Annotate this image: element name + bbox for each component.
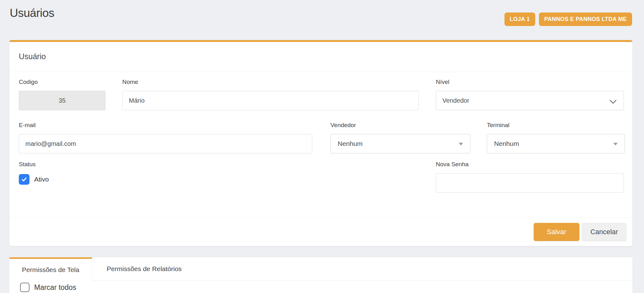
select-all-checkbox-row[interactable]: Marcar todos: [20, 283, 76, 292]
user-form-card: Usuário Codigo Nome Nível Vendedor E-mai…: [9, 40, 632, 246]
chevron-down-icon: [610, 97, 616, 104]
nome-label: Nome: [122, 79, 419, 85]
status-label: Status: [19, 161, 49, 168]
nova-senha-input[interactable]: [436, 173, 624, 193]
check-icon: [21, 176, 27, 182]
status-field-group: Status Ativo: [19, 161, 49, 185]
terminal-dropdown[interactable]: Nenhum: [487, 134, 625, 153]
cancel-button[interactable]: Cancelar: [582, 223, 626, 241]
nova-senha-field-group: Nova Senha: [436, 161, 624, 193]
nivel-field-group: Nível Vendedor: [436, 79, 624, 110]
nivel-select[interactable]: Vendedor: [436, 91, 624, 110]
vendedor-selected-value: Nenhum: [338, 140, 362, 147]
card-footer-divider: [9, 217, 632, 218]
card-title: Usuário: [19, 42, 46, 71]
card-header: Usuário: [9, 42, 632, 72]
ativo-checkbox-row[interactable]: Ativo: [19, 174, 49, 185]
store-badge[interactable]: LOJA 1: [504, 13, 535, 26]
ativo-checkbox-label: Ativo: [34, 176, 49, 183]
codigo-input: [19, 91, 105, 110]
save-button[interactable]: Salvar: [534, 223, 579, 241]
nivel-selected-value: Vendedor: [442, 97, 469, 104]
tab-report-permissions[interactable]: Permissões de Relatórios: [92, 257, 196, 280]
select-all-checkbox[interactable]: [20, 283, 29, 292]
permissions-tabbar: Permissões de Relatórios: [9, 257, 632, 280]
screen-permissions-panel: Marcar todos: [9, 280, 632, 293]
email-label: E-mail: [19, 122, 312, 129]
nivel-label: Nível: [436, 79, 624, 85]
terminal-label: Terminal: [487, 122, 625, 129]
ativo-checkbox[interactable]: [19, 174, 29, 185]
vendedor-label: Vendedor: [330, 122, 470, 129]
nome-field-group: Nome: [122, 79, 419, 110]
select-all-label: Marcar todos: [34, 283, 76, 292]
caret-down-icon: [459, 143, 463, 146]
vendedor-field-group: Vendedor Nenhum: [330, 122, 470, 153]
vendedor-dropdown[interactable]: Nenhum: [330, 134, 470, 153]
terminal-selected-value: Nenhum: [494, 140, 519, 147]
company-badge[interactable]: PANNOS E PANNOS LTDA ME: [539, 13, 632, 26]
nome-input[interactable]: [122, 91, 419, 110]
nova-senha-label: Nova Senha: [436, 161, 624, 168]
terminal-field-group: Terminal Nenhum: [487, 122, 625, 153]
codigo-field-group: Codigo: [19, 79, 105, 110]
caret-down-icon: [613, 143, 618, 146]
page-title: Usuários: [10, 7, 54, 20]
email-input[interactable]: [19, 134, 312, 153]
codigo-label: Codigo: [19, 79, 105, 85]
tab-screen-permissions[interactable]: Permissões de Tela: [9, 257, 92, 280]
header-badges: LOJA 1 PANNOS E PANNOS LTDA ME: [504, 13, 632, 26]
email-field-group: E-mail: [19, 122, 312, 153]
